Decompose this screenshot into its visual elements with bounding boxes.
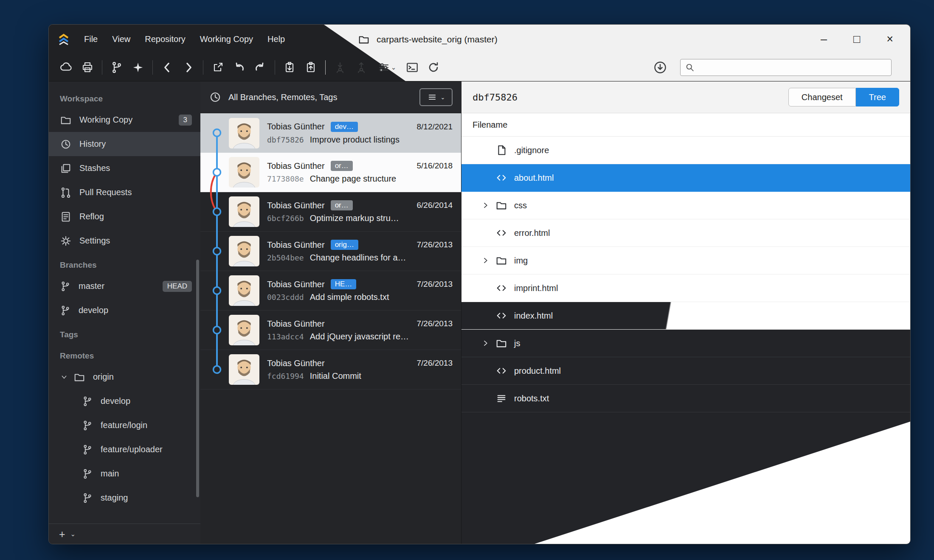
sidebar-item-remote-feature-uploader[interactable]: feature/uploader [49, 437, 200, 462]
file-row-gitignore[interactable]: .gitignore [461, 137, 910, 164]
folder-icon [495, 337, 514, 349]
branch-badge: or… [331, 200, 353, 210]
sidebar-item-settings[interactable]: Settings [49, 229, 200, 253]
menu-repository[interactable]: Repository [138, 32, 193, 47]
chevron-right-icon[interactable] [481, 201, 495, 210]
back-icon[interactable] [157, 58, 178, 77]
sidebar-item-branch-develop[interactable]: develop [49, 298, 200, 322]
commit-row[interactable]: Tobias Günther 7/26/2013 113adcc4 Add jQ… [200, 311, 461, 350]
file-row-js[interactable]: js [461, 330, 910, 357]
forward-icon[interactable] [178, 58, 199, 77]
file-row-about-selected[interactable]: about.html [461, 164, 910, 192]
journal-icon [60, 211, 72, 223]
window-controls: – □ × [821, 25, 893, 54]
file-row-img[interactable]: img [461, 247, 910, 274]
view-options-icon[interactable]: ⌄ [372, 58, 402, 77]
code-icon [495, 365, 514, 377]
file-name: robots.txt [514, 394, 549, 403]
commit-row[interactable]: Tobias Günther 7/26/2013 fcd61994 Initia… [200, 350, 461, 389]
tree-button[interactable]: Tree [856, 88, 899, 106]
commit-row[interactable]: Tobias Günther orig… 7/26/2013 2b504bee … [200, 232, 461, 271]
chevron-down-icon[interactable] [60, 373, 68, 381]
commit-row[interactable]: Tobias Günther or… 5/16/2018 7173808e Ch… [200, 153, 461, 192]
cloud-icon[interactable] [56, 58, 77, 77]
sidebar-item-branch-master[interactable]: master HEAD [49, 274, 200, 298]
sidebar-section-remotes: Remotes [49, 344, 200, 365]
sidebar-item-pull-requests[interactable]: Pull Requests [49, 180, 200, 204]
commit-row[interactable]: Tobias Günther HE… 7/26/2013 0023cddd Ad… [200, 271, 461, 311]
chevron-right-icon[interactable] [481, 256, 495, 265]
download-icon[interactable] [650, 58, 671, 77]
file-row-product[interactable]: product.html [461, 357, 910, 385]
filename-column-header: Filename [461, 113, 910, 137]
merge-left-icon[interactable] [228, 58, 250, 77]
search-input[interactable] [680, 59, 892, 76]
commit-row[interactable]: Tobias Günther or… 6/26/2014 6bcf266b Op… [200, 192, 461, 232]
menu-file[interactable]: File [77, 32, 105, 47]
close-button[interactable]: × [886, 34, 893, 45]
minimize-button[interactable]: – [821, 34, 827, 45]
toolbar-separator [275, 60, 275, 75]
commit-message: Add jQuery javascript re… [310, 332, 409, 342]
file-row-error[interactable]: error.html [461, 219, 910, 247]
refresh-icon[interactable] [423, 58, 444, 77]
checkout-icon[interactable] [207, 58, 228, 77]
file-row-robots[interactable]: robots.txt [461, 385, 910, 412]
commit-row-selected[interactable]: Tobias Günther dev… 8/12/2021 dbf75826 I… [200, 113, 461, 153]
commit-date: 6/26/2014 [416, 201, 453, 210]
sidebar-item-history[interactable]: History [49, 132, 200, 156]
pull-icon[interactable] [329, 58, 351, 77]
add-button[interactable]: + [59, 528, 65, 540]
stash-save-icon[interactable] [300, 58, 321, 77]
sidebar-item-remote-develop[interactable]: develop [49, 389, 200, 413]
sidebar-item-remote-origin[interactable]: origin [49, 365, 200, 389]
menu-help[interactable]: Help [260, 32, 292, 47]
stash-apply-icon[interactable] [279, 58, 300, 77]
branch-badge: HE… [331, 279, 357, 289]
sidebar-item-remote-feature-login[interactable]: feature/login [49, 413, 200, 437]
menu-view[interactable]: View [105, 32, 138, 47]
filter-options-button[interactable]: ⌄ [419, 88, 453, 106]
file-row-css[interactable]: css [461, 192, 910, 219]
sidebar-item-label: Pull Requests [79, 188, 132, 197]
chevron-right-icon[interactable] [481, 339, 495, 348]
sidebar-item-label: develop [101, 396, 130, 406]
create-branch-icon[interactable] [106, 58, 127, 77]
sidebar-scrollbar[interactable] [196, 260, 199, 497]
toolbar-separator [325, 60, 326, 75]
file-row-imprint[interactable]: imprint.html [461, 274, 910, 302]
push-icon[interactable] [351, 58, 372, 77]
sidebar-item-stashes[interactable]: Stashes [49, 156, 200, 180]
commit-hash: 113adcc4 [267, 332, 304, 341]
avatar [229, 315, 259, 345]
maximize-button[interactable]: □ [853, 34, 860, 45]
merge-right-icon[interactable] [250, 58, 271, 77]
menu-working-copy[interactable]: Working Copy [193, 32, 260, 47]
sidebar-item-label: master [79, 281, 104, 291]
sidebar-item-remote-staging[interactable]: staging [49, 486, 200, 510]
app-window: File View Repository Working Copy Help c… [48, 24, 911, 544]
search-field [680, 59, 892, 76]
history-panel: All Branches, Remotes, Tags ⌄ Tobias Gün… [200, 81, 461, 544]
file-name: error.html [514, 228, 550, 238]
chevron-down-icon[interactable]: ⌄ [70, 530, 76, 538]
folder-icon [60, 114, 72, 126]
changeset-button[interactable]: Changeset [788, 88, 856, 106]
commit-author: Tobias Günther [267, 358, 325, 368]
sidebar-item-reflog[interactable]: Reflog [49, 204, 200, 229]
file-panel-empty-area [461, 412, 910, 544]
sidebar-footer: + ⌄ [49, 524, 200, 544]
cherry-pick-icon[interactable] [127, 58, 149, 77]
sidebar-item-remote-main[interactable]: main [49, 462, 200, 486]
file-row-index[interactable]: index.html [461, 302, 910, 330]
text-file-icon [495, 392, 514, 404]
sidebar-item-label: main [101, 469, 119, 479]
terminal-icon[interactable] [402, 58, 423, 77]
commit-message: Optimize markup stru… [310, 213, 399, 223]
sidebar-item-working-copy[interactable]: Working Copy 3 [49, 108, 200, 132]
file-name: imprint.html [514, 283, 558, 293]
branch-badge: orig… [331, 240, 358, 250]
print-icon[interactable] [77, 58, 98, 77]
clock-icon [209, 91, 222, 104]
file-panel-header: dbf75826 Changeset Tree [461, 81, 910, 113]
